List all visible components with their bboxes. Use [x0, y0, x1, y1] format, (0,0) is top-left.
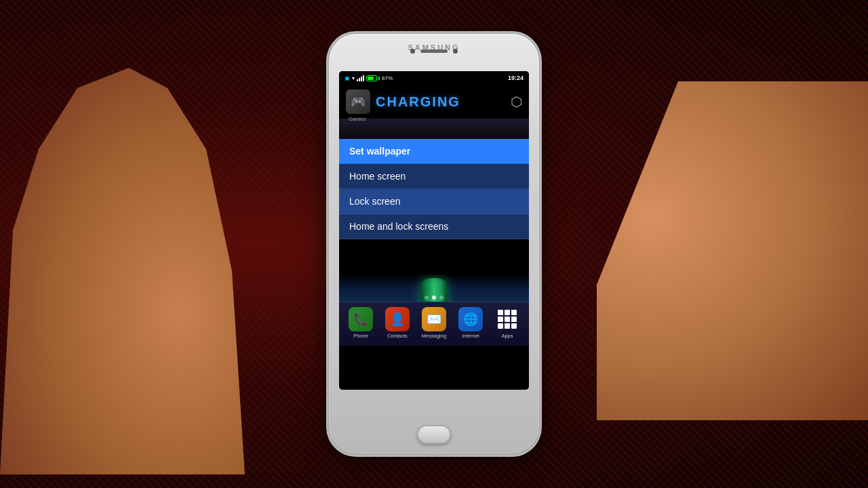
home-and-lock-option[interactable]: Home and lock screens [339, 214, 529, 239]
contacts-label: Contacts [387, 333, 408, 339]
data-signal-icon: ▣ [344, 75, 350, 81]
charging-cursor-icon: ⬡ [511, 94, 522, 110]
status-bar: ▣ ▾ 67% 19:24 [339, 71, 529, 85]
games-icon[interactable]: 🎮 [346, 89, 370, 114]
front-camera [410, 49, 415, 54]
signal-bars [357, 75, 364, 81]
earpiece-speaker [420, 49, 448, 53]
nav-dots [339, 296, 529, 300]
home-button[interactable] [417, 425, 451, 444]
nav-dot-1 [425, 296, 429, 300]
phone-top-sensors [410, 49, 458, 54]
dock-item-contacts[interactable]: 👤 Contacts [382, 307, 412, 339]
apps-grid [498, 310, 517, 329]
bar-3 [361, 77, 362, 81]
bar-2 [359, 78, 360, 81]
phone-screen: ▣ ▾ 67% 19:24 [339, 71, 529, 390]
dock-item-messaging[interactable]: ✉️ Messaging [419, 307, 449, 339]
wifi-icon: ▾ [352, 75, 355, 81]
phone-shell: SAMSUNG ▣ ▾ [329, 34, 539, 454]
wallpaper-menu: Set wallpaper Home screen Lock screen Ho… [339, 139, 529, 239]
set-wallpaper-title[interactable]: Set wallpaper [339, 139, 529, 164]
phone-label: Phone [353, 333, 368, 339]
battery-indicator [366, 75, 380, 81]
battery-fill [368, 77, 374, 80]
bottom-dock: 📞 Phone 👤 Contacts ✉️ [339, 302, 529, 346]
apps-icon [495, 307, 519, 331]
contacts-icon: 👤 [385, 307, 410, 331]
home-screen-label: Home screen [349, 171, 406, 182]
status-time: 19:24 [508, 75, 524, 81]
lock-screen-option[interactable]: Lock screen [339, 189, 529, 214]
dock-item-internet[interactable]: 🌐 Internet [456, 307, 486, 339]
app-content: 🎮 Games CHARGING ⬡ Set wallpaper Home sc… [339, 85, 529, 346]
nav-dot-2 [432, 296, 436, 300]
messaging-label: Messaging [422, 333, 446, 339]
nav-dot-3 [439, 296, 443, 300]
phone-device: SAMSUNG ▣ ▾ [329, 34, 539, 454]
messaging-icon: ✉️ [422, 307, 446, 331]
home-and-lock-label: Home and lock screens [349, 221, 448, 232]
dock-item-apps[interactable]: Apps [492, 307, 522, 339]
internet-icon: 🌐 [458, 307, 483, 331]
battery-percent: 67% [382, 75, 393, 81]
phone-icon: 📞 [349, 307, 373, 331]
lock-screen-label: Lock screen [349, 196, 400, 207]
games-container: 🎮 [346, 89, 370, 114]
apps-label: Apps [501, 333, 513, 339]
top-bar: 🎮 Games CHARGING ⬡ [339, 85, 529, 119]
charging-text: CHARGING [376, 94, 505, 110]
status-bar-left: ▣ ▾ 67% [344, 75, 393, 81]
battery-box [366, 75, 377, 81]
bar-1 [357, 79, 358, 81]
sensor-dot [453, 49, 458, 54]
bar-4 [363, 75, 364, 81]
middle-area [339, 119, 529, 139]
battery-tip [378, 77, 380, 80]
dock-item-phone[interactable]: 📞 Phone [346, 307, 376, 339]
games-label: Games [349, 116, 366, 122]
internet-label: Internet [462, 333, 479, 339]
home-screen-option[interactable]: Home screen [339, 164, 529, 189]
